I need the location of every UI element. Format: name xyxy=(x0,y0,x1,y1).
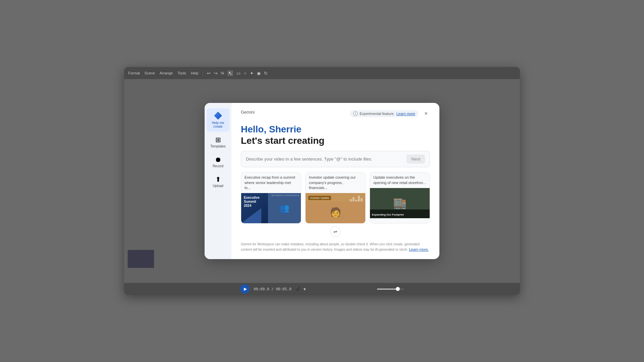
footprint-photo: 🏬 Expanding Our Footprint xyxy=(370,188,430,218)
volume-slider[interactable] xyxy=(377,289,404,290)
exec-text-overlay: Executive Summit 2024 xyxy=(244,196,260,207)
menu-format[interactable]: Format xyxy=(128,71,140,75)
sidebar-label-help-me-create: Help me create xyxy=(209,121,227,128)
gemini-dialog: Help me create ⊞ Templates ⏺ Record ⬆ Up… xyxy=(205,103,439,259)
modal-overlay: Help me create ⊞ Templates ⏺ Record ⬆ Up… xyxy=(124,79,520,283)
footer-learn-more[interactable]: Learn more. xyxy=(409,247,429,251)
shuffle-section: ⇌ xyxy=(241,226,430,237)
toolbar: Format Scene Arrange Tools Help ↩ ↪ Ni ↖… xyxy=(124,67,520,79)
experimental-text: Experimental feature. xyxy=(360,112,395,116)
app-window: Format Scene Arrange Tools Help ↩ ↪ Ni ↖… xyxy=(124,67,520,295)
greeting-section: Hello, Sherrie Let's start creating xyxy=(241,124,430,146)
sidebar-item-upload[interactable]: ⬆ Upload xyxy=(207,173,229,191)
exec-title-line3: 2024 xyxy=(244,204,260,207)
redo-icon[interactable]: ↻ xyxy=(264,71,268,76)
sidebar-label-record: Record xyxy=(213,164,223,168)
exec-photo: 👥 BUSINESS CONFERENCE xyxy=(268,193,301,223)
footprint-people-icon: 🏬 xyxy=(393,197,407,209)
description-input[interactable] xyxy=(246,157,404,162)
exec-title-line1: Executive xyxy=(244,196,260,200)
dialog-sidebar: Help me create ⊞ Templates ⏺ Record ⬆ Up… xyxy=(205,103,231,259)
template-card-exec[interactable]: Executive recap from a summit where seni… xyxy=(241,172,301,224)
template-card-footprint[interactable]: Update executives on the opening of new … xyxy=(370,172,430,224)
dropdown-icon[interactable]: ▾ xyxy=(304,287,306,292)
card-2-description: Investor update covering our company's p… xyxy=(306,172,365,193)
input-area[interactable]: Next xyxy=(241,151,430,167)
template-cards: Executive recap from a summit where seni… xyxy=(241,172,430,224)
investor-photo: 🧑 xyxy=(306,201,365,223)
rectangle-icon[interactable]: ▭ xyxy=(236,71,240,76)
dialog-header: Gemini i Experimental feature. Learn mor… xyxy=(241,110,430,118)
greeting-subtitle: Let's start creating xyxy=(241,135,430,146)
experimental-badge: i Experimental feature. Learn more xyxy=(350,110,419,117)
exec-people-icon: 👥 xyxy=(279,203,289,213)
card-1-thumbnail: Executive Summit 2024 👥 BUSINESS CONFERE… xyxy=(241,193,301,223)
fill-icon[interactable]: ◉ xyxy=(257,71,261,76)
bottom-icons: ⬛ ▾ xyxy=(296,287,306,292)
upload-icon: ⬆ xyxy=(215,176,221,183)
card-1-description: Executive recap from a summit where seni… xyxy=(241,172,301,193)
play-icon: ▶ xyxy=(244,287,247,291)
pointer-icon[interactable]: ↖ xyxy=(227,70,233,76)
menu-help[interactable]: Help xyxy=(191,71,199,75)
close-button[interactable]: × xyxy=(422,110,430,118)
gemini-label: Gemini xyxy=(241,110,255,115)
sidebar-item-help-me-create[interactable]: Help me create xyxy=(207,108,229,132)
footprint-title: Expanding Our Footprint xyxy=(372,213,404,216)
paint-icon[interactable]: ✦ xyxy=(250,71,254,76)
label-icon[interactable]: Ni xyxy=(221,71,224,75)
info-icon: i xyxy=(353,111,358,116)
card-2-thumbnail: Investor Update 🧑 xyxy=(306,193,365,223)
menu-tools[interactable]: Tools xyxy=(177,71,186,75)
sidebar-item-record[interactable]: ⏺ Record xyxy=(207,153,229,171)
greeting-hello: Hello, Sherrie xyxy=(241,124,430,135)
time-display: 00:00.0 / 00:05.0 xyxy=(254,287,291,291)
shuffle-button[interactable]: ⇌ xyxy=(330,226,341,237)
back-icon[interactable]: ↩ xyxy=(207,71,211,76)
next-button[interactable]: Next xyxy=(407,155,425,164)
header-right: i Experimental feature. Learn more × xyxy=(350,110,430,118)
dialog-footer: Gemini for Workspace can make mistakes, … xyxy=(241,242,430,252)
templates-icon: ⊞ xyxy=(215,136,221,143)
template-card-investor[interactable]: Investor update covering our company's p… xyxy=(305,172,366,224)
learn-more-link[interactable]: Learn more xyxy=(396,112,415,116)
card-3-description: Update executives on the opening of new … xyxy=(370,172,430,188)
business-text: BUSINESS CONFERENCE xyxy=(271,194,300,196)
toolbar-icons: ↩ ↪ Ni ↖ ▭ ○ ✦ ◉ ↻ xyxy=(207,70,268,76)
sidebar-item-templates[interactable]: ⊞ Templates xyxy=(207,133,229,152)
sidebar-label-upload: Upload xyxy=(213,184,223,188)
slider-thumb[interactable] xyxy=(396,287,400,291)
dialog-content: Gemini i Experimental feature. Learn mor… xyxy=(231,103,439,259)
forward-icon[interactable]: ↪ xyxy=(214,71,218,76)
menu-arrange[interactable]: Arrange xyxy=(160,71,173,75)
exec-title-line2: Summit xyxy=(244,200,260,204)
record-icon: ⏺ xyxy=(215,156,221,163)
slider-track xyxy=(377,289,404,290)
menu-bar: Format Scene Arrange Tools Help xyxy=(128,71,199,75)
menu-scene[interactable]: Scene xyxy=(145,71,155,75)
exec-triangle xyxy=(241,208,261,223)
footprint-overlay: Expanding Our Footprint xyxy=(370,209,430,218)
bottom-bar: ▶ 00:00.0 / 00:05.0 ⬛ ▾ xyxy=(124,283,520,295)
slider-fill xyxy=(377,289,397,290)
footer-text: Gemini for Workspace can make mistakes, … xyxy=(241,242,420,251)
investor-person-icon: 🧑 xyxy=(330,207,341,218)
play-button[interactable]: ▶ xyxy=(240,284,250,294)
diamond-icon xyxy=(214,112,222,120)
circle-icon[interactable]: ○ xyxy=(244,71,247,76)
card-3-thumbnail: 🏬 Expanding Our Footprint xyxy=(370,188,430,218)
investor-label: Investor Update xyxy=(308,196,331,200)
toolbar-divider xyxy=(203,70,203,76)
captions-icon[interactable]: ⬛ xyxy=(296,287,301,292)
sidebar-label-templates: Templates xyxy=(210,144,226,148)
